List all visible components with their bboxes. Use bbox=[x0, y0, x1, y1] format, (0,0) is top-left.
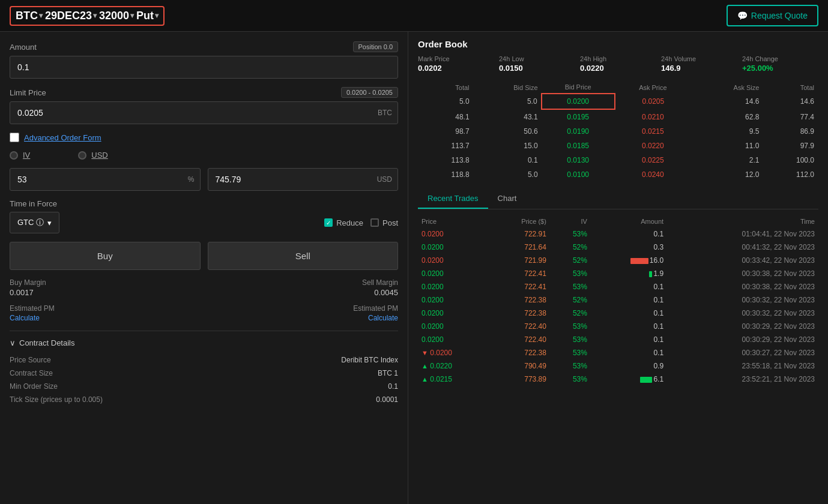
trade-iv: 53% bbox=[550, 227, 591, 241]
trade-row: 0.0200 722.38 52% 0.1 00:30:32, 22 Nov 2… bbox=[418, 293, 818, 307]
trade-price: ▲ 0.0220 bbox=[418, 359, 489, 373]
advanced-order-label[interactable]: Advanced Order Form bbox=[24, 133, 101, 142]
price-source-row: Price Source Deribit BTC Index bbox=[10, 353, 398, 367]
gtc-arrow: ▾ bbox=[47, 218, 52, 227]
tick-size-label: Tick Size (prices up to 0.005) bbox=[10, 395, 103, 404]
reduce-checkbox[interactable]: ✓ Reduce bbox=[324, 218, 363, 227]
order-book-row[interactable]: 113.8 0.1 0.0130 0.0225 2.1 100.0 bbox=[418, 153, 818, 167]
24h-high-value: 0.0220 bbox=[580, 64, 656, 73]
reduce-label: Reduce bbox=[336, 218, 363, 227]
trade-time: 00:30:38, 22 Nov 2023 bbox=[667, 267, 818, 280]
ob-total-bid: 98.7 bbox=[418, 124, 473, 139]
trade-time: 00:30:29, 22 Nov 2023 bbox=[667, 320, 818, 333]
24h-low-value: 0.0150 bbox=[499, 64, 575, 73]
24h-change-stat: 24h Change +25.00% bbox=[742, 55, 818, 73]
order-book-title: Order Book bbox=[418, 39, 818, 49]
24h-low-stat: 24h Low 0.0150 bbox=[499, 55, 575, 73]
sell-button[interactable]: Sell bbox=[208, 242, 399, 270]
ob-bid-price: 0.0130 bbox=[542, 153, 615, 167]
ob-total-bid: 5.0 bbox=[418, 94, 473, 109]
trade-row: ▲ 0.0220 790.49 53% 0.9 23:55:18, 21 Nov… bbox=[418, 359, 818, 373]
expiry-arrow: ▾ bbox=[93, 11, 97, 20]
usd-radio[interactable] bbox=[78, 151, 86, 160]
24h-change-value: +25.00% bbox=[742, 64, 818, 73]
gtc-select[interactable]: GTC ⓘ ▾ bbox=[10, 212, 59, 233]
ob-bid-size: 43.1 bbox=[473, 109, 542, 124]
limit-price-input[interactable] bbox=[10, 101, 398, 124]
iv-radio[interactable] bbox=[10, 151, 18, 160]
advanced-order-checkbox[interactable] bbox=[10, 133, 19, 142]
trade-row: 0.0200 722.40 53% 0.1 00:30:29, 22 Nov 2… bbox=[418, 320, 818, 333]
ob-header-ask-price: Ask Price bbox=[615, 81, 691, 94]
tick-size-row: Tick Size (prices up to 0.005) 0.0001 bbox=[10, 393, 398, 406]
trade-price: ▲ 0.0215 bbox=[418, 373, 489, 386]
time-force-row: GTC ⓘ ▾ ✓ Reduce Post bbox=[10, 212, 398, 233]
trade-row: ▲ 0.0215 773.89 53% 6.1 23:52:21, 21 Nov… bbox=[418, 373, 818, 386]
trade-row: 0.0200 722.40 53% 0.1 00:30:29, 22 Nov 2… bbox=[418, 333, 818, 346]
type-selector[interactable]: Put ▾ bbox=[136, 10, 159, 22]
order-book-row[interactable]: 113.7 15.0 0.0185 0.0220 11.0 97.9 bbox=[418, 139, 818, 153]
expiry-selector[interactable]: 29DEC23 ▾ bbox=[45, 10, 97, 22]
trade-amount: 0.9 bbox=[591, 359, 667, 373]
post-checkbox[interactable]: Post bbox=[370, 218, 398, 227]
trade-price-usd: 722.41 bbox=[489, 267, 550, 280]
pm-right-calc[interactable]: Calculate bbox=[353, 314, 398, 322]
trade-price: ▼ 0.0200 bbox=[418, 346, 489, 359]
tab-chart[interactable]: Chart bbox=[488, 189, 527, 209]
trade-price: 0.0200 bbox=[418, 241, 489, 254]
asset-arrow: ▾ bbox=[39, 11, 43, 20]
usd-toggle[interactable]: USD bbox=[78, 151, 107, 160]
amount-input[interactable] bbox=[10, 56, 398, 79]
contract-details-toggle[interactable]: ∨ Contract Details bbox=[10, 338, 398, 347]
contract-size-value: BTC 1 bbox=[378, 369, 398, 377]
iv-section: % USD bbox=[10, 168, 398, 191]
iv-input[interactable] bbox=[10, 168, 201, 191]
trade-time: 23:52:21, 21 Nov 2023 bbox=[667, 373, 818, 386]
trade-price: 0.0200 bbox=[418, 254, 489, 267]
pm-left-calc[interactable]: Calculate bbox=[10, 314, 55, 322]
ob-ask-size: 9.5 bbox=[691, 124, 763, 139]
ob-ask-size: 62.8 bbox=[691, 109, 763, 124]
amount-section: Amount Position 0.0 bbox=[10, 41, 398, 79]
iv-label: IV bbox=[23, 151, 30, 160]
trade-row: ▼ 0.0200 722.38 53% 0.1 00:30:27, 22 Nov… bbox=[418, 346, 818, 359]
trades-header-price-usd: Price ($) bbox=[489, 215, 550, 227]
recent-trades-table: Price Price ($) IV Amount Time 0.0200 72… bbox=[418, 215, 818, 386]
trade-time: 23:55:18, 21 Nov 2023 bbox=[667, 359, 818, 373]
ob-total-ask: 112.0 bbox=[763, 167, 818, 182]
ob-total-ask: 77.4 bbox=[763, 109, 818, 124]
ob-total-bid: 113.7 bbox=[418, 139, 473, 153]
order-book-row[interactable]: 48.1 43.1 0.0195 0.0210 62.8 77.4 bbox=[418, 109, 818, 124]
pm-left: Estimated PM Calculate bbox=[10, 304, 55, 322]
order-book-row[interactable]: 98.7 50.6 0.0190 0.0215 9.5 86.9 bbox=[418, 124, 818, 139]
order-book-row[interactable]: 118.8 5.0 0.0100 0.0240 12.0 112.0 bbox=[418, 167, 818, 182]
asset-selector[interactable]: BTC ▾ bbox=[16, 10, 43, 22]
trade-price: 0.0200 bbox=[418, 320, 489, 333]
buy-button[interactable]: Buy bbox=[10, 242, 201, 270]
ob-ask-price: 0.0225 bbox=[615, 153, 691, 167]
trade-time: 00:41:32, 22 Nov 2023 bbox=[667, 241, 818, 254]
price-source-value: Deribit BTC Index bbox=[341, 356, 398, 364]
right-panel: Order Book Mark Price 0.0202 24h Low 0.0… bbox=[408, 32, 828, 504]
trade-price-usd: 773.89 bbox=[489, 373, 550, 386]
top-bar: BTC ▾ 29DEC23 ▾ 32000 ▾ Put ▾ 💬 💬 Reques… bbox=[0, 0, 828, 32]
buy-sell-row: Buy Sell bbox=[10, 242, 398, 270]
pm-right-label: Estimated PM bbox=[353, 304, 398, 313]
ob-bid-size: 0.1 bbox=[473, 153, 542, 167]
trade-time: 00:30:27, 22 Nov 2023 bbox=[667, 346, 818, 359]
contract-size-label: Contract Size bbox=[10, 369, 53, 377]
24h-volume-stat: 24h Volume 146.9 bbox=[661, 55, 737, 73]
ob-bid-price: 0.0195 bbox=[542, 109, 615, 124]
usd-input[interactable] bbox=[208, 168, 399, 191]
request-quote-button[interactable]: 💬 💬 Request Quote Request Quote bbox=[727, 5, 818, 26]
trade-amount: 0.1 bbox=[591, 293, 667, 307]
ob-bid-price: 0.0100 bbox=[542, 167, 615, 182]
gtc-label: GTC ⓘ bbox=[17, 217, 44, 228]
strike-selector[interactable]: 32000 ▾ bbox=[99, 10, 134, 22]
limit-price-input-group: BTC bbox=[10, 101, 398, 124]
tab-recent-trades[interactable]: Recent Trades bbox=[418, 189, 488, 209]
order-book-row[interactable]: 5.0 5.0 0.0200 0.0205 14.6 14.6 bbox=[418, 94, 818, 109]
limit-price-section: Limit Price 0.0200 - 0.0205 BTC bbox=[10, 87, 398, 124]
iv-toggle[interactable]: IV bbox=[10, 151, 30, 160]
instrument-selector[interactable]: BTC ▾ 29DEC23 ▾ 32000 ▾ Put ▾ bbox=[10, 6, 165, 26]
